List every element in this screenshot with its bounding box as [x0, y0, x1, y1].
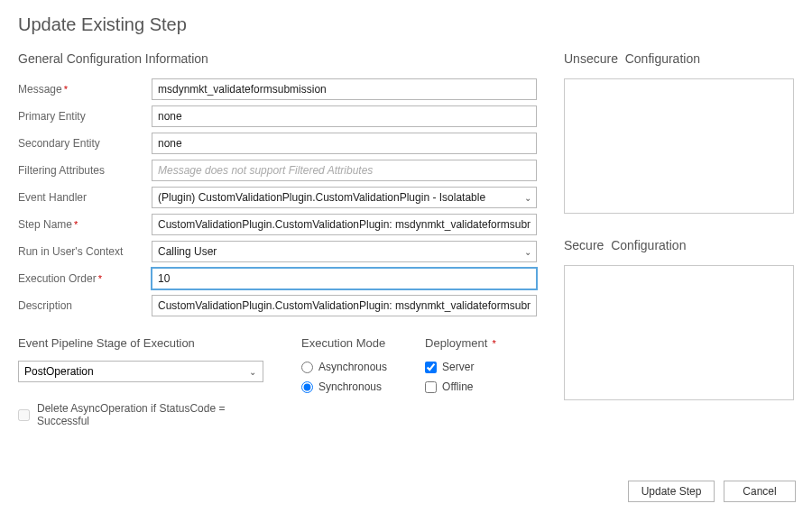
secondary-entity-label: Secondary Entity: [18, 137, 152, 150]
exec-async-radio[interactable]: [301, 362, 313, 373]
exec-sync-radio[interactable]: [301, 381, 313, 393]
message-label: Message*: [18, 83, 152, 96]
delete-async-checkbox[interactable]: [18, 409, 30, 421]
execution-mode-title: Execution Mode: [301, 336, 387, 350]
exec-sync-option[interactable]: Synchronous: [301, 380, 387, 393]
description-label: Description: [18, 299, 152, 312]
deployment-title: Deployment *: [425, 336, 496, 350]
event-handler-label: Event Handler: [18, 191, 152, 204]
primary-entity-input[interactable]: [152, 105, 537, 127]
deployment-offline-option[interactable]: Offline: [425, 380, 496, 393]
deployment-offline-checkbox[interactable]: [425, 381, 437, 393]
exec-sync-label: Synchronous: [318, 380, 382, 393]
general-section-title: General Configuration Information: [18, 51, 537, 66]
unsecure-config-title: Unsecure Configuration: [564, 51, 794, 66]
filtering-attributes-input[interactable]: [152, 160, 537, 181]
delete-async-label: Delete AsyncOperation if StatusCode = Su…: [37, 402, 263, 427]
execution-order-input[interactable]: [152, 268, 537, 289]
filtering-attributes-label: Filtering Attributes: [18, 164, 152, 177]
deployment-server-label: Server: [442, 361, 474, 373]
exec-async-option[interactable]: Asynchronous: [301, 361, 387, 373]
deployment-offline-label: Offline: [442, 380, 473, 393]
run-context-select[interactable]: Calling User: [152, 241, 537, 262]
deployment-server-option[interactable]: Server: [425, 361, 496, 373]
deployment-server-checkbox[interactable]: [425, 362, 437, 373]
primary-entity-label: Primary Entity: [18, 110, 152, 123]
step-name-input[interactable]: [152, 214, 537, 235]
required-mark: *: [489, 338, 495, 349]
event-handler-select[interactable]: (Plugin) CustomValidationPlugin.CustomVa…: [152, 187, 537, 208]
pipeline-stage-select[interactable]: PostOperation: [18, 361, 263, 382]
exec-async-label: Asynchronous: [318, 361, 387, 373]
required-mark: *: [74, 219, 78, 230]
secure-config-title: Secure Configuration: [564, 238, 794, 252]
cancel-button[interactable]: Cancel: [724, 481, 796, 502]
unsecure-config-textarea[interactable]: [564, 78, 794, 214]
page-title: Update Existing Step: [18, 14, 794, 35]
required-mark: *: [98, 273, 102, 284]
description-input[interactable]: [152, 295, 537, 316]
message-input[interactable]: [152, 78, 537, 100]
pipeline-stage-title: Event Pipeline Stage of Execution: [18, 336, 263, 350]
step-name-label: Step Name*: [18, 218, 152, 231]
required-mark: *: [64, 84, 68, 95]
run-context-label: Run in User's Context: [18, 245, 152, 258]
execution-order-label: Execution Order*: [18, 272, 152, 285]
secondary-entity-input[interactable]: [152, 133, 537, 154]
secure-config-textarea[interactable]: [564, 265, 794, 400]
update-step-button[interactable]: Update Step: [628, 481, 715, 502]
